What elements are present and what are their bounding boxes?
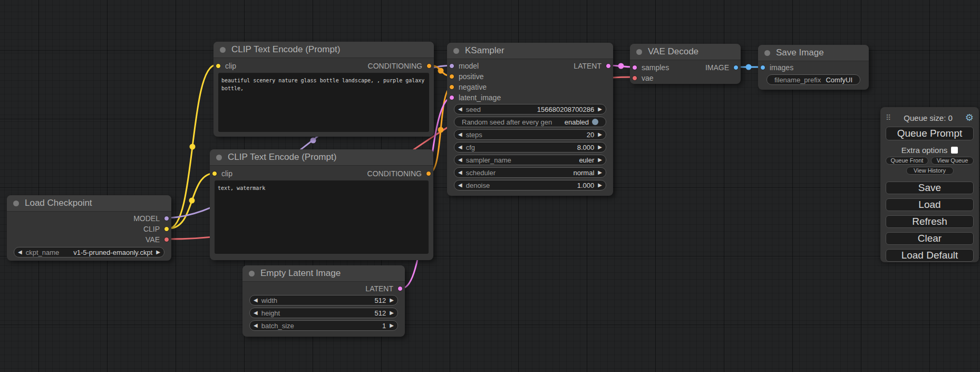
widget-width[interactable]: ◀ width 512 ▶ [249,295,398,306]
widget-value: enabled [565,118,589,126]
decrement-arrow-icon[interactable]: ◀ [458,183,462,188]
node-vae-decode[interactable]: VAE Decode samples IMAGE vae [630,44,741,84]
slot-dot-conditioning-output[interactable] [426,63,432,69]
gear-icon[interactable]: ⚙ [965,113,974,122]
widget-denoise[interactable]: ◀ denoise 1.000 ▶ [454,180,606,190]
node-title: VAE Decode [648,46,698,57]
increment-arrow-icon[interactable]: ▶ [390,323,394,328]
node-title-bar[interactable]: VAE Decode [630,44,741,60]
slot-dot-model-output[interactable] [164,216,169,221]
view-queue-button[interactable]: View Queue [931,157,974,165]
node-title-bar[interactable]: CLIP Text Encode (Prompt) [210,149,433,166]
queue-panel: ⠿ Queue size: 0 ⚙ Queue Prompt Extra opt… [880,107,979,262]
link-midpoint-dot [746,64,752,70]
queue-prompt-button[interactable]: Queue Prompt [886,127,974,140]
increment-arrow-icon[interactable]: ▶ [598,157,602,163]
decrement-arrow-icon[interactable]: ◀ [458,145,462,150]
node-title-bar[interactable]: Load Checkpoint [7,195,171,212]
widget-label: filename_prefix [774,76,821,84]
slot-dot-latent-output[interactable] [606,63,611,69]
decrement-arrow-icon[interactable]: ◀ [254,310,258,316]
widget-steps[interactable]: ◀ steps 20 ▶ [454,129,606,140]
slot-row: images [758,62,869,73]
collapse-dot[interactable] [249,271,255,276]
load-button[interactable]: Load [886,198,974,211]
clear-button[interactable]: Clear [886,232,974,245]
slot-dot-latent-output[interactable] [397,286,403,291]
node-title-bar[interactable]: CLIP Text Encode (Prompt) [214,42,434,58]
decrement-arrow-icon[interactable]: ◀ [458,132,462,137]
slot-dot-positive-input[interactable] [449,74,454,79]
widget-batch-size[interactable]: ◀ batch_size 1 ▶ [249,320,398,331]
collapse-dot[interactable] [636,49,642,55]
toggle-icon[interactable] [592,119,598,125]
node-empty-latent-image[interactable]: Empty Latent Image LATENT ◀ width 512 ▶ … [242,265,405,337]
slot-dot-negative-input[interactable] [449,84,454,90]
queue-front-button[interactable]: Queue Front [886,157,928,165]
increment-arrow-icon[interactable]: ▶ [156,250,160,255]
view-history-button[interactable]: View History [906,167,954,175]
increment-arrow-icon[interactable]: ▶ [390,310,394,316]
prompt-textarea[interactable]: text, watermark [215,180,429,254]
widget-value: 156680208700286 [537,106,594,113]
node-load-checkpoint[interactable]: Load Checkpoint MODEL CLIP VAE ◀ ckpt_na… [7,195,171,261]
save-button[interactable]: Save [886,182,974,194]
node-ksampler[interactable]: KSampler model LATENT positive negative … [447,43,613,196]
widget-value: 20 [587,131,594,139]
collapse-dot[interactable] [216,155,222,160]
widget-ckpt-name[interactable]: ◀ ckpt_name v1-5-pruned-emaonly.ckpt ▶ [14,247,164,257]
node-clip-text-encode-negative[interactable]: CLIP Text Encode (Prompt) clip CONDITION… [210,149,433,260]
increment-arrow-icon[interactable]: ▶ [598,132,602,137]
widget-cfg[interactable]: ◀ cfg 8.000 ▶ [454,142,606,152]
slot-dot-clip-input[interactable] [212,171,217,176]
node-title-bar[interactable]: Save Image [758,45,869,61]
output-row-vae: VAE [7,234,171,245]
slot-dot-clip-input[interactable] [216,63,221,69]
widget-seed[interactable]: ◀ seed 156680208700286 ▶ [454,104,606,115]
decrement-arrow-icon[interactable]: ◀ [254,323,258,328]
slot-dot-model-input[interactable] [449,63,454,69]
widget-height[interactable]: ◀ height 512 ▶ [249,308,398,318]
node-title-bar[interactable]: Empty Latent Image [242,265,405,282]
increment-arrow-icon[interactable]: ▶ [598,170,602,175]
slot-dot-clip-output[interactable] [164,226,169,232]
node-canvas[interactable]: Load Checkpoint MODEL CLIP VAE ◀ ckpt_na… [0,0,980,372]
widget-label: batch_size [261,322,294,330]
load-default-button[interactable]: Load Default [886,249,974,262]
slot-dot-image-output[interactable] [733,65,739,70]
increment-arrow-icon[interactable]: ▶ [598,183,602,188]
increment-arrow-icon[interactable]: ▶ [598,145,602,150]
decrement-arrow-icon[interactable]: ◀ [18,250,22,255]
drag-handle-icon[interactable]: ⠿ [886,114,891,121]
decrement-arrow-icon[interactable]: ◀ [458,157,462,163]
history-row: View History [886,167,974,175]
slot-dot-samples-input[interactable] [632,65,637,70]
prompt-textarea[interactable]: beautiful scenery nature glass bottle la… [218,73,429,132]
node-title-bar[interactable]: KSampler [447,43,613,59]
widget-random-seed[interactable]: Random seed after every gen enabled [454,117,606,127]
increment-arrow-icon[interactable]: ▶ [598,107,602,112]
slot-dot-vae-output[interactable] [164,237,169,242]
decrement-arrow-icon[interactable]: ◀ [458,170,462,175]
widget-label: steps [466,131,482,139]
extra-options-checkbox[interactable] [951,147,958,154]
node-clip-text-encode-positive[interactable]: CLIP Text Encode (Prompt) clip CONDITION… [214,42,434,137]
collapse-dot[interactable] [13,201,19,206]
widget-sampler-name[interactable]: ◀ sampler_name euler ▶ [454,155,606,165]
node-save-image[interactable]: Save Image images filename_prefix ComfyU… [758,45,869,90]
collapse-dot[interactable] [453,48,459,54]
slot-dot-images-input[interactable] [760,65,765,70]
widget-filename-prefix[interactable]: filename_prefix ComfyUI [766,74,860,85]
collapse-dot[interactable] [764,50,770,56]
refresh-button[interactable]: Refresh [886,215,974,228]
increment-arrow-icon[interactable]: ▶ [390,298,394,303]
input-label: vae [642,74,654,82]
slot-dot-conditioning-output[interactable] [426,171,431,176]
collapse-dot[interactable] [220,47,226,53]
decrement-arrow-icon[interactable]: ◀ [458,107,462,112]
slot-dot-vae-input[interactable] [632,75,637,81]
widget-value: 512 [375,297,386,304]
decrement-arrow-icon[interactable]: ◀ [254,298,258,303]
widget-scheduler[interactable]: ◀ scheduler normal ▶ [454,167,606,178]
slot-dot-latent-image-input[interactable] [449,95,454,100]
